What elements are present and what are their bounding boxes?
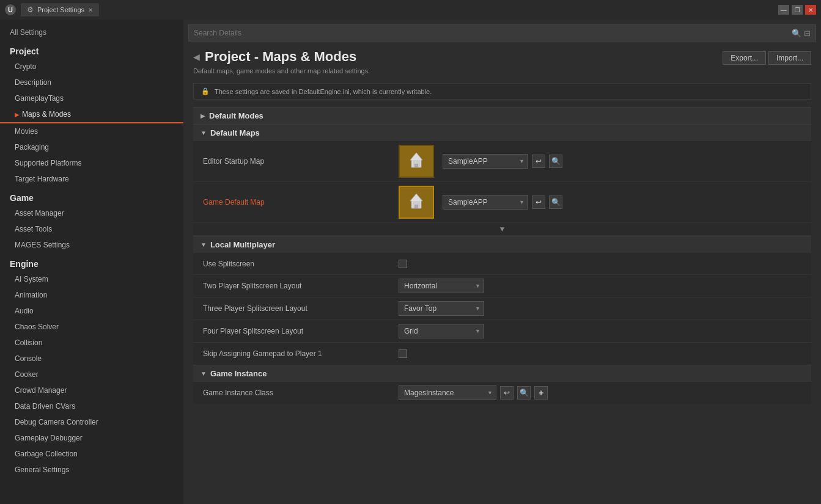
- project-settings-tab[interactable]: ⚙ Project Settings ✕: [21, 3, 99, 16]
- sidebar-item-description[interactable]: Description: [0, 75, 183, 90]
- sidebar-item-packaging[interactable]: Packaging: [0, 139, 183, 155]
- game-default-map-value: SampleAPP ↩ 🔍: [399, 186, 801, 219]
- sidebar-item-console[interactable]: Console: [0, 351, 183, 367]
- editor-startup-map-reset-btn[interactable]: ↩: [532, 155, 545, 168]
- minimize-button[interactable]: —: [778, 5, 789, 15]
- three-player-layout-value: Favor Top Favor Left: [399, 301, 801, 316]
- game-instance-class-reset-btn[interactable]: ↩: [500, 386, 514, 400]
- two-player-layout-row: Two Player Splitscreen Layout Horizontal…: [193, 275, 811, 298]
- import-button[interactable]: Import...: [768, 51, 811, 65]
- sidebar-item-data-driven-cvars[interactable]: Data Driven CVars: [0, 398, 183, 414]
- page-title: Project - Maps & Modes: [205, 49, 356, 65]
- info-bar: 🔒 These settings are saved in DefaultEng…: [193, 83, 811, 100]
- search-input[interactable]: [194, 29, 789, 37]
- restore-button[interactable]: ❐: [792, 5, 803, 15]
- close-button[interactable]: ✕: [805, 5, 816, 15]
- four-player-layout-dropdown-wrapper: Grid Linear: [399, 324, 484, 338]
- game-instance-class-row: Game Instance Class MagesInstance ↩ 🔍 +: [193, 382, 811, 404]
- game-default-map-dropdown-wrapper: SampleAPP: [443, 195, 528, 210]
- sidebar-item-general-settings[interactable]: General Settings: [0, 462, 183, 478]
- gear-icon: ⚙: [27, 5, 34, 14]
- skip-gamepad-label: Skip Assigning Gamepad to Player 1: [203, 349, 399, 358]
- page-title-collapse-arrow[interactable]: ◀: [193, 52, 200, 62]
- section-header-local-multiplayer[interactable]: ▼ Local Multiplayer: [193, 236, 811, 253]
- game-instance-title: Game Instance: [210, 369, 267, 378]
- tab-close-icon[interactable]: ✕: [88, 7, 93, 13]
- sidebar-item-all-settings[interactable]: All Settings: [0, 24, 183, 40]
- use-splitscreen-value: [399, 260, 801, 268]
- skip-gamepad-row: Skip Assigning Gamepad to Player 1: [193, 343, 811, 365]
- game-default-map-browse-btn[interactable]: 🔍: [549, 195, 562, 209]
- local-multiplayer-body: Use Splitscreen Two Player Splitscreen L…: [193, 253, 811, 365]
- sidebar-item-debug-camera-controller[interactable]: Debug Camera Controller: [0, 414, 183, 430]
- three-player-layout-dropdown-wrapper: Favor Top Favor Left: [399, 301, 484, 316]
- title-bar-left: U ⚙ Project Settings ✕: [5, 3, 99, 16]
- four-player-layout-row: Four Player Splitscreen Layout Grid Line…: [193, 320, 811, 343]
- sidebar-section-game: Game: [0, 187, 183, 205]
- editor-startup-map-value: SampleAPP ↩ 🔍: [399, 145, 801, 178]
- four-player-layout-label: Four Player Splitscreen Layout: [203, 327, 399, 335]
- editor-startup-map-dropdown[interactable]: SampleAPP: [443, 154, 528, 169]
- scroll-down-button[interactable]: ▼: [499, 225, 506, 233]
- skip-gamepad-value: [399, 349, 801, 358]
- local-multiplayer-arrow: ▼: [201, 241, 207, 248]
- editor-startup-map-browse-btn[interactable]: 🔍: [549, 155, 562, 168]
- sidebar-item-crypto[interactable]: Crypto: [0, 59, 183, 75]
- sidebar-item-garbage-collection[interactable]: Garbage Collection: [0, 446, 183, 462]
- sidebar-item-collision[interactable]: Collision: [0, 335, 183, 351]
- game-instance-class-browse-btn[interactable]: 🔍: [517, 386, 531, 400]
- window-controls: — ❐ ✕: [778, 5, 816, 15]
- game-instance-class-label: Game Instance Class: [203, 389, 399, 397]
- sidebar-item-target-hardware[interactable]: Target Hardware: [0, 171, 183, 187]
- sidebar-item-maps-modes[interactable]: ▶ Maps & Modes: [0, 106, 183, 123]
- game-instance-class-add-btn[interactable]: +: [534, 386, 548, 400]
- section-default-modes: ▶ Default Modes: [193, 107, 811, 124]
- sidebar: All Settings Project Crypto Description …: [0, 20, 183, 504]
- two-player-layout-value: Horizontal Vertical: [399, 279, 801, 293]
- game-instance-class-value: MagesInstance ↩ 🔍 +: [399, 385, 801, 400]
- sidebar-item-asset-manager[interactable]: Asset Manager: [0, 205, 183, 221]
- game-instance-class-dropdown[interactable]: MagesInstance: [399, 385, 496, 400]
- export-button[interactable]: Export...: [723, 51, 766, 65]
- sidebar-item-cooker[interactable]: Cooker: [0, 367, 183, 382]
- page-subtitle: Default maps, game modes and other map r…: [193, 67, 370, 75]
- game-default-map-label: Game Default Map: [203, 198, 399, 206]
- section-header-default-modes[interactable]: ▶ Default Modes: [193, 107, 811, 124]
- sidebar-item-supported-platforms[interactable]: Supported Platforms: [0, 155, 183, 171]
- search-icon: 🔍: [792, 29, 801, 38]
- game-default-map-reset-btn[interactable]: ↩: [532, 195, 545, 209]
- default-maps-arrow: ▼: [201, 130, 207, 136]
- editor-startup-map-label: Editor Startup Map: [203, 157, 399, 166]
- default-maps-title: Default Maps: [210, 128, 260, 137]
- sidebar-item-crowd-manager[interactable]: Crowd Manager: [0, 382, 183, 398]
- section-header-game-instance[interactable]: ▼ Game Instance: [193, 365, 811, 382]
- sidebar-item-movies[interactable]: Movies: [0, 123, 183, 139]
- filter-icon[interactable]: ⊟: [804, 29, 811, 38]
- sidebar-item-chaos-solver[interactable]: Chaos Solver: [0, 319, 183, 335]
- local-multiplayer-title: Local Multiplayer: [210, 240, 275, 249]
- sidebar-item-animation[interactable]: Animation: [0, 287, 183, 303]
- two-player-layout-label: Two Player Splitscreen Layout: [203, 282, 399, 290]
- svg-marker-5: [414, 205, 418, 208]
- sidebar-item-audio[interactable]: Audio: [0, 303, 183, 319]
- sidebar-item-gameplaytags[interactable]: GameplayTags: [0, 90, 183, 106]
- section-header-default-maps[interactable]: ▼ Default Maps: [193, 124, 811, 141]
- map-icon: [405, 150, 427, 172]
- sidebar-item-gameplay-debugger[interactable]: Gameplay Debugger: [0, 430, 183, 446]
- title-bar: U ⚙ Project Settings ✕ — ❐ ✕: [0, 0, 821, 20]
- default-modes-title: Default Modes: [209, 111, 263, 120]
- info-bar-text: These settings are saved in DefaultEngin…: [215, 88, 432, 95]
- game-default-map-thumbnail: [399, 186, 434, 219]
- skip-gamepad-checkbox[interactable]: [399, 349, 407, 358]
- sidebar-item-asset-tools[interactable]: Asset Tools: [0, 221, 183, 237]
- four-player-layout-dropdown[interactable]: Grid Linear: [399, 324, 484, 338]
- section-local-multiplayer: ▼ Local Multiplayer Use Splitscreen Two …: [193, 236, 811, 365]
- two-player-layout-dropdown[interactable]: Horizontal Vertical: [399, 279, 484, 293]
- lock-icon: 🔒: [201, 87, 210, 95]
- game-default-map-dropdown[interactable]: SampleAPP: [443, 195, 528, 210]
- game-instance-body: Game Instance Class MagesInstance ↩ 🔍 +: [193, 382, 811, 404]
- sidebar-item-mages-settings[interactable]: MAGES Settings: [0, 237, 183, 253]
- three-player-layout-dropdown[interactable]: Favor Top Favor Left: [399, 301, 484, 316]
- sidebar-item-ai-system[interactable]: AI System: [0, 271, 183, 287]
- use-splitscreen-checkbox[interactable]: [399, 260, 407, 268]
